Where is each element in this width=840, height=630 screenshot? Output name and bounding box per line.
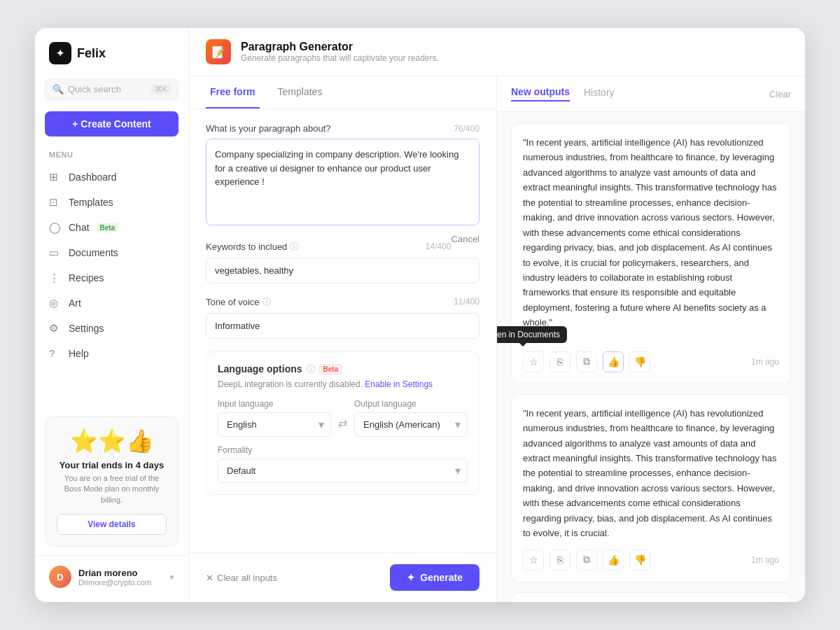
form-content: What is your paragraph about? 76/400 Can… — [189, 109, 496, 552]
nav-label-templates: Templates — [69, 197, 113, 208]
form-tabs: Free form Templates — [189, 76, 496, 109]
promo-emoji: ⭐⭐👍 — [57, 428, 167, 454]
form-panel: Free form Templates What is your paragra… — [189, 76, 497, 602]
tool-header: 📝 Paragraph Generator Generate paragraph… — [189, 28, 805, 76]
tab-history[interactable]: History — [584, 87, 615, 101]
tab-free-form[interactable]: Free form — [206, 76, 260, 108]
avatar: D — [49, 566, 71, 588]
user-profile[interactable]: D Drian moreno Drimore@crypto.com ▾ — [35, 555, 188, 588]
input-lang-label: Input language — [218, 399, 331, 409]
sidebar-item-chat[interactable]: ◯ Chat Beta — [35, 215, 188, 240]
input-language-select[interactable]: English French Spanish — [218, 412, 331, 437]
star-button-2[interactable]: ☆ — [523, 550, 544, 570]
input-language-col: Input language English French Spanish — [218, 399, 331, 437]
view-details-button[interactable]: View details — [57, 514, 167, 535]
quick-search[interactable]: 🔍 Quick search ⌘K — [45, 78, 178, 100]
tone-input[interactable] — [206, 313, 479, 339]
language-beta-badge: Beta — [319, 364, 343, 374]
star-button-1[interactable]: ☆ — [523, 351, 544, 372]
main-area: 📝 Paragraph Generator Generate paragraph… — [189, 28, 805, 602]
language-info-icon[interactable]: ⓘ — [307, 363, 315, 375]
paragraph-label: What is your paragraph about? — [206, 123, 331, 134]
sidebar-item-help[interactable]: ? Help — [35, 341, 188, 365]
tone-field-group: Tone of voice ⓘ 11/400 — [206, 296, 479, 339]
language-options-section: Language options ⓘ Beta DeepL integratio… — [206, 351, 479, 495]
art-icon: ◎ — [49, 297, 62, 309]
output-card-1: "In recent years, artificial intelligenc… — [511, 123, 791, 384]
tab-new-outputs[interactable]: New outputs — [511, 86, 570, 102]
tone-counter: 11/400 — [454, 297, 479, 307]
keywords-info-icon[interactable]: ⓘ — [290, 241, 298, 253]
language-notice: DeepL integration is currently disabled.… — [218, 379, 468, 389]
open-doc-button-1[interactable]: ⧉ — [576, 351, 597, 372]
menu-label: MENU — [35, 150, 188, 164]
promo-desc: You are on a free trial of the Boss Mode… — [57, 473, 167, 505]
search-placeholder: Quick search — [68, 84, 147, 94]
open-in-documents-tooltip: Open in Documents — [497, 326, 567, 343]
clear-inputs-label: Clear all inputs — [217, 573, 277, 583]
search-icon: 🔍 — [52, 84, 64, 94]
create-content-button[interactable]: + Create Content — [45, 111, 178, 136]
output-language-select[interactable]: English (American) English (British) Fre… — [354, 412, 468, 437]
formality-group: Formality Default Formal Informal — [218, 445, 468, 483]
paragraph-field-group: What is your paragraph about? 76/400 Can… — [206, 123, 479, 228]
chat-badge: Beta — [97, 223, 119, 232]
dislike-button-2[interactable]: 👎 — [629, 550, 650, 570]
tone-info-icon[interactable]: ⓘ — [262, 296, 271, 308]
output-header: New outputs History Clear — [497, 76, 805, 112]
tab-templates[interactable]: Templates — [274, 76, 327, 108]
nav-menu: ⊞ Dashboard ⊡ Templates ◯ Chat Beta ▭ Do… — [35, 164, 188, 365]
form-footer: ✕ Clear all inputs ✦ Generate — [189, 552, 496, 602]
output-card-3: Amounts of data and extract meaningful i… — [511, 592, 791, 602]
user-info: Drian moreno Drimore@crypto.com — [78, 568, 162, 587]
paragraph-textarea[interactable] — [206, 139, 479, 225]
create-content-label: + Create Content — [72, 118, 150, 130]
formality-select[interactable]: Default Formal Informal — [218, 458, 468, 483]
generate-label: Generate — [420, 572, 463, 583]
app-name: Felix — [77, 46, 106, 61]
input-lang-select-wrap: English French Spanish — [218, 412, 331, 437]
clear-outputs-button[interactable]: Clear — [769, 89, 791, 99]
nav-label-dashboard: Dashboard — [69, 172, 117, 183]
dislike-button-1[interactable]: 👎 — [629, 351, 650, 372]
open-doc-button-2[interactable]: ⧉ — [576, 550, 597, 570]
tone-label-row: Tone of voice ⓘ 11/400 — [206, 296, 479, 308]
sidebar-item-recipes[interactable]: ⋮ Recipes — [35, 265, 188, 290]
sidebar-item-art[interactable]: ◎ Art — [35, 290, 188, 316]
sidebar-item-dashboard[interactable]: ⊞ Dashboard — [35, 164, 188, 190]
output-time-1: 1m ago — [751, 357, 779, 367]
swap-icon[interactable]: ⇄ — [338, 416, 347, 430]
nav-label-chat: Chat — [69, 222, 90, 233]
sidebar-item-settings[interactable]: ⚙ Settings — [35, 316, 188, 341]
like-button-1[interactable]: 👍 — [603, 351, 624, 372]
user-email: Drimore@crypto.com — [78, 578, 162, 587]
output-actions-1: ☆ ⎘ ⧉ 👍 👎 1m ago — [523, 351, 779, 372]
tool-title: Paragraph Generator — [241, 41, 439, 53]
keywords-label: Keywords to inclued ⓘ — [206, 241, 298, 253]
output-content: "In recent years, artificial intelligenc… — [497, 112, 805, 602]
tone-label: Tone of voice ⓘ — [206, 296, 271, 308]
keywords-input[interactable] — [206, 258, 479, 284]
keywords-label-row: Keywords to inclued ⓘ 14/400 — [206, 241, 451, 253]
output-language-col: Output language English (American) Engli… — [354, 399, 468, 437]
clear-inputs-button[interactable]: ✕ Clear all inputs — [206, 573, 277, 583]
output-text-1: "In recent years, artificial intelligenc… — [523, 135, 779, 330]
copy-button-2[interactable]: ⎘ — [550, 550, 570, 570]
sidebar-item-templates[interactable]: ⊡ Templates — [35, 190, 188, 215]
copy-button-1[interactable]: ⎘ — [550, 351, 570, 372]
trial-promo: ⭐⭐👍 Your trial ends in 4 days You are on… — [45, 416, 178, 547]
enable-in-settings-link[interactable]: Enable in Settings — [365, 379, 433, 389]
sidebar-item-documents[interactable]: ▭ Documents — [35, 240, 188, 265]
output-panel: New outputs History Clear "In recent yea… — [497, 76, 805, 602]
generate-button[interactable]: ✦ Generate — [390, 564, 479, 591]
app-logo: ✦ Felix — [35, 42, 188, 78]
language-title: Language options — [218, 363, 302, 374]
nav-label-recipes: Recipes — [69, 272, 104, 284]
tool-icon: 📝 — [206, 39, 231, 64]
dashboard-icon: ⊞ — [49, 171, 62, 183]
recipes-icon: ⋮ — [49, 272, 62, 284]
like-button-2[interactable]: 👍 — [603, 550, 624, 570]
cancel-button[interactable]: Cancel — [451, 231, 479, 247]
language-row: Input language English French Spanish ⇄ — [218, 399, 468, 437]
output-text-2: "In recent years, artificial intelligenc… — [523, 406, 779, 541]
